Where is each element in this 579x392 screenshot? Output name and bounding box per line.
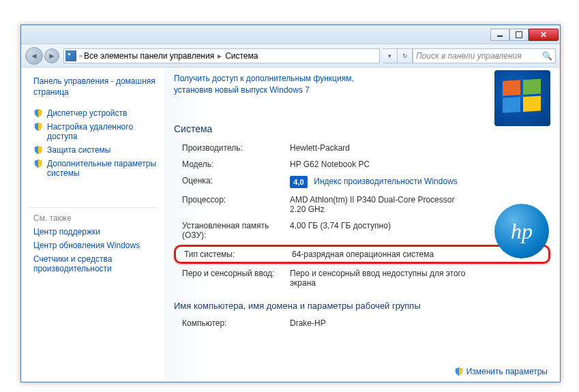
- forward-button[interactable]: ►: [44, 48, 59, 63]
- system-properties: Производитель: Hewlett-Packard Модель: H…: [174, 140, 550, 291]
- prop-processor: Процессор: AMD Athlon(tm) II P340 Dual-C…: [174, 192, 550, 217]
- search-icon: 🔍: [542, 51, 552, 61]
- hp-logo-icon: hp: [494, 204, 549, 258]
- shield-icon: [33, 159, 43, 168]
- prop-manufacturer: Производитель: Hewlett-Packard: [174, 140, 550, 156]
- prop-value: AMD Athlon(tm) II P340 Dual-Core Process…: [290, 195, 467, 214]
- prop-label: Модель:: [174, 160, 290, 169]
- control-panel-icon: [65, 50, 76, 61]
- breadcrumb-root[interactable]: Все элементы панели управления: [83, 51, 216, 61]
- system-properties-window: ✕ ◄ ► « Все элементы панели управления ▸…: [20, 25, 561, 382]
- upgrade-windows-link[interactable]: Получить доступ к дополнительным функция…: [174, 73, 385, 96]
- maximize-button[interactable]: [509, 29, 529, 41]
- prop-value: Drake-HP: [290, 318, 550, 328]
- content-pane: Получить доступ к дополнительным функция…: [164, 67, 560, 382]
- prop-value: Перо и сенсорный ввод недоступны для это…: [290, 269, 467, 288]
- prop-model: Модель: HP G62 Notebook PC: [174, 156, 550, 172]
- prop-label: Компьютер:: [174, 318, 290, 328]
- sidebar-perf-tools[interactable]: Счетчики и средства производительности: [28, 252, 158, 275]
- shield-icon: [33, 108, 43, 118]
- see-also-heading: См. также: [28, 207, 158, 225]
- chevron-right-icon: ▸: [216, 51, 224, 61]
- sidebar-remote-access[interactable]: Настройка удаленного доступа: [28, 120, 158, 143]
- system-section-heading: Система: [174, 123, 550, 134]
- back-button[interactable]: ◄: [25, 47, 43, 65]
- change-settings-link[interactable]: Изменить параметры: [454, 367, 548, 376]
- wei-link[interactable]: Индекс производительности Windows: [314, 177, 457, 186]
- windows-logo-icon: [494, 70, 550, 126]
- titlebar: ✕: [21, 25, 560, 44]
- wei-badge: 4,0: [290, 176, 308, 188]
- prop-label: Тип системы:: [176, 250, 292, 259]
- prop-computer-name: Компьютер: Drake-HP: [174, 315, 550, 331]
- sidebar-home-label: Панель управления - домашняя страница: [33, 76, 158, 97]
- prop-system-type-highlighted: Тип системы: 64-разрядная операционная с…: [174, 245, 550, 264]
- navbar: ◄ ► « Все элементы панели управления ▸ С…: [21, 44, 560, 67]
- sidebar-item-label: Дополнительные параметры системы: [47, 159, 158, 178]
- search-placeholder: Поиск в панели управления: [416, 51, 522, 61]
- shield-icon: [33, 122, 43, 132]
- body-area: Панель управления - домашняя страница Ди…: [21, 67, 560, 382]
- breadcrumb-current[interactable]: Система: [224, 51, 259, 61]
- prop-label: Процессор:: [174, 195, 290, 214]
- prop-label: Перо и сенсорный ввод:: [174, 269, 290, 288]
- sidebar-windows-update[interactable]: Центр обновления Windows: [28, 239, 158, 252]
- sidebar-home-link[interactable]: Панель управления - домашняя страница: [28, 74, 158, 100]
- close-button[interactable]: ✕: [529, 29, 559, 41]
- sidebar-system-protection[interactable]: Защита системы: [28, 143, 158, 157]
- sidebar-item-label: Настройка удаленного доступа: [47, 122, 158, 141]
- prop-value: 4,0 Индекс производительности Windows: [290, 176, 550, 188]
- sidebar: Панель управления - домашняя страница Ди…: [21, 67, 164, 382]
- minimize-button[interactable]: [490, 29, 509, 41]
- prop-rating: Оценка: 4,0 Индекс производительности Wi…: [174, 172, 550, 192]
- sidebar-item-label: Счетчики и средства производительности: [33, 254, 158, 273]
- prop-label: Производитель:: [174, 143, 290, 153]
- change-settings-label: Изменить параметры: [466, 367, 548, 376]
- shield-icon: [33, 145, 43, 155]
- prop-label: Установленная память (ОЗУ):: [174, 221, 290, 240]
- sidebar-action-center[interactable]: Центр поддержки: [28, 225, 158, 239]
- search-input[interactable]: Поиск в панели управления 🔍: [413, 48, 556, 63]
- prop-label: Оценка:: [174, 176, 290, 188]
- shield-icon: [454, 367, 464, 376]
- sidebar-advanced-settings[interactable]: Дополнительные параметры системы: [28, 157, 158, 180]
- prop-value: Hewlett-Packard: [290, 143, 550, 153]
- sidebar-item-label: Центр поддержки: [33, 227, 100, 237]
- sidebar-item-label: Диспетчер устройств: [47, 108, 127, 118]
- prop-value: HP G62 Notebook PC: [290, 160, 550, 169]
- sidebar-item-label: Защита системы: [47, 145, 110, 155]
- prop-pen-touch: Перо и сенсорный ввод: Перо и сенсорный …: [174, 265, 550, 291]
- address-bar[interactable]: « Все элементы панели управления ▸ Систе…: [63, 48, 380, 63]
- workgroup-section-heading: Имя компьютера, имя домена и параметры р…: [174, 301, 550, 311]
- address-dropdown[interactable]: ▾: [383, 48, 398, 63]
- sidebar-device-manager[interactable]: Диспетчер устройств: [28, 106, 158, 120]
- sidebar-item-label: Центр обновления Windows: [33, 241, 140, 250]
- refresh-button[interactable]: ↻: [398, 48, 413, 63]
